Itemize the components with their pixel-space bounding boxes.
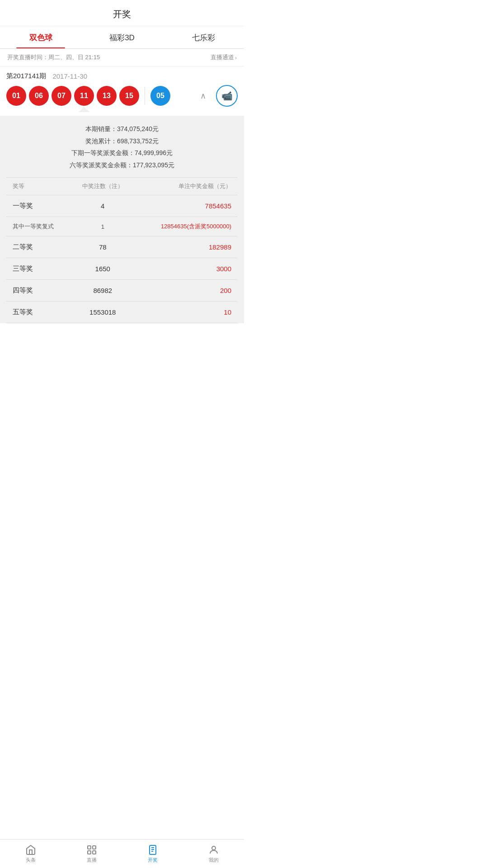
prize-amount: 10	[133, 302, 238, 323]
prize-level: 二等奖	[6, 236, 72, 258]
video-camera-icon: 📹	[221, 90, 233, 101]
prize-count: 78	[72, 236, 133, 258]
prize-count: 1650	[72, 258, 133, 280]
prize-count: 4	[72, 195, 133, 217]
detail-panel: 本期销量：374,075,240元 奖池累计：698,733,752元 下期一等…	[0, 116, 244, 323]
red-ball-6: 15	[119, 86, 139, 106]
issue-number: 第2017141期	[6, 72, 46, 80]
page-title: 开奖	[0, 0, 244, 26]
prize-level: 三等奖	[6, 258, 72, 280]
stat-next-first: 下期一等奖派奖金额：74,999,996元	[6, 147, 238, 159]
table-row: 三等奖 1650 3000	[6, 258, 238, 280]
issue-date: 2017-11-30	[52, 72, 87, 80]
col-level: 奖等	[6, 178, 72, 195]
main-content: 开奖 双色球 福彩3D 七乐彩 开奖直播时间：周二、四、日 21:15 直播通道…	[0, 0, 244, 355]
stat-pool: 奖池累计：698,733,752元	[6, 135, 238, 147]
tab-shuangseqiu[interactable]: 双色球	[0, 26, 81, 48]
broadcast-time: 开奖直播时间：周二、四、日 21:15	[7, 53, 100, 61]
draw-section: 第2017141期 2017-11-30 01 06 07 11 13 15 0…	[0, 66, 244, 107]
draw-numbers-row: 01 06 07 11 13 15 05 ∧ 📹	[6, 85, 238, 107]
prize-level: 其中一等奖复式	[6, 217, 72, 236]
col-amount: 单注中奖金额（元）	[133, 178, 238, 195]
prize-table-header: 奖等 中奖注数（注） 单注中奖金额（元）	[6, 178, 238, 195]
red-ball-2: 06	[29, 86, 49, 106]
prize-count: 1553018	[72, 302, 133, 323]
expand-triangle	[79, 107, 89, 112]
chevron-right-icon: ›	[235, 54, 237, 61]
prize-amount: 12854635(含派奖5000000)	[133, 217, 238, 236]
tabs-bar: 双色球 福彩3D 七乐彩	[0, 26, 244, 49]
table-row: 五等奖 1553018 10	[6, 302, 238, 323]
table-row: 四等奖 86982 200	[6, 280, 238, 302]
ball-divider	[145, 87, 145, 105]
collapse-button[interactable]: ∧	[195, 88, 211, 104]
prize-amount: 200	[133, 280, 238, 302]
draw-actions: ∧ 📹	[195, 85, 238, 107]
prize-amount: 3000	[133, 258, 238, 280]
stat-sales: 本期销量：374,075,240元	[6, 123, 238, 135]
red-balls-group: 01 06 07 11 13 15	[6, 86, 139, 106]
chevron-up-icon: ∧	[200, 91, 206, 101]
prize-level: 四等奖	[6, 280, 72, 302]
red-ball-3: 07	[52, 86, 71, 106]
stats-block: 本期销量：374,075,240元 奖池累计：698,733,752元 下期一等…	[6, 123, 238, 178]
broadcast-link[interactable]: 直播通道 ›	[211, 53, 237, 61]
red-ball-4: 11	[74, 86, 94, 106]
prize-table: 奖等 中奖注数（注） 单注中奖金额（元） 一等奖 4 7854635 其中一等奖…	[6, 178, 238, 323]
prize-count: 1	[72, 217, 133, 236]
blue-ball: 05	[150, 86, 170, 106]
red-ball-1: 01	[6, 86, 26, 106]
prize-amount: 182989	[133, 236, 238, 258]
video-button[interactable]: 📹	[216, 85, 238, 107]
draw-issue: 第2017141期 2017-11-30	[6, 72, 238, 80]
stat-sixth-remain: 六等奖派奖奖金余额：177,923,095元	[6, 159, 238, 171]
broadcast-bar: 开奖直播时间：周二、四、日 21:15 直播通道 ›	[0, 49, 244, 66]
col-count: 中奖注数（注）	[72, 178, 133, 195]
tab-qilecai[interactable]: 七乐彩	[163, 26, 244, 48]
prize-level: 五等奖	[6, 302, 72, 323]
prize-amount: 7854635	[133, 195, 238, 217]
red-ball-5: 13	[97, 86, 117, 106]
table-row: 其中一等奖复式 1 12854635(含派奖5000000)	[6, 217, 238, 236]
prize-count: 86982	[72, 280, 133, 302]
prize-level: 一等奖	[6, 195, 72, 217]
tab-fucai3d[interactable]: 福彩3D	[81, 26, 163, 48]
table-row: 一等奖 4 7854635	[6, 195, 238, 217]
table-row: 二等奖 78 182989	[6, 236, 238, 258]
